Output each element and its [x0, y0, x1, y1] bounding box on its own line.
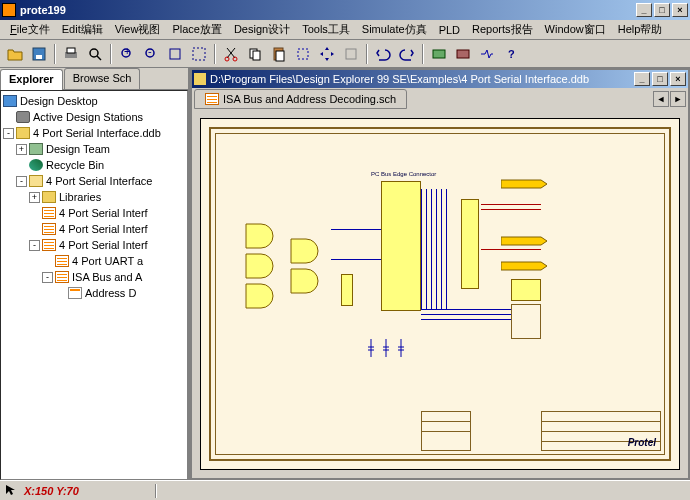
- copy-button[interactable]: [244, 43, 266, 65]
- menu-window[interactable]: Window窗口: [539, 20, 612, 39]
- menu-simulate[interactable]: Simulate仿真: [356, 20, 433, 39]
- recycle-icon: [29, 159, 43, 171]
- tab-prev-button[interactable]: ◄: [653, 91, 669, 107]
- help-button[interactable]: ?: [500, 43, 522, 65]
- bus-port[interactable]: [501, 259, 551, 279]
- net-wire[interactable]: [431, 189, 432, 309]
- svg-rect-17: [276, 51, 284, 61]
- select-button[interactable]: [292, 43, 314, 65]
- tree-doc[interactable]: 4 Port UART a: [3, 253, 185, 269]
- tree-doc[interactable]: Address D: [3, 285, 185, 301]
- menu-reports[interactable]: Reports报告: [466, 20, 539, 39]
- bus-port[interactable]: [501, 177, 551, 197]
- zoom-area-button[interactable]: [188, 43, 210, 65]
- document-icon: [68, 287, 82, 299]
- tree-project[interactable]: -4 Port Serial Interface.ddb: [3, 125, 185, 141]
- menu-tools[interactable]: Tools工具: [296, 20, 356, 39]
- component-ic[interactable]: [511, 279, 541, 301]
- zoom-in-button[interactable]: +: [116, 43, 138, 65]
- menu-design[interactable]: Design设计: [228, 20, 296, 39]
- folder-open-icon: [29, 175, 43, 187]
- expander-icon[interactable]: +: [29, 192, 40, 203]
- deselect-button[interactable]: [340, 43, 362, 65]
- close-button[interactable]: ×: [672, 3, 688, 17]
- save-button[interactable]: [28, 43, 50, 65]
- zoom-fit-button[interactable]: [164, 43, 186, 65]
- tree-stations[interactable]: Active Design Stations: [3, 109, 185, 125]
- net-power[interactable]: [481, 209, 541, 210]
- expander-icon[interactable]: -: [42, 272, 53, 283]
- design-tree[interactable]: Design Desktop Active Design Stations -4…: [0, 90, 188, 480]
- tree-doc[interactable]: 4 Port Serial Interf: [3, 221, 185, 237]
- net-wire[interactable]: [421, 189, 422, 309]
- document-tabs: ISA Bus and Address Decoding.sch ◄ ►: [192, 88, 688, 110]
- minimize-button[interactable]: _: [636, 3, 652, 17]
- component-ic[interactable]: [511, 304, 541, 339]
- tab-browse-sch[interactable]: Browse Sch: [64, 68, 141, 89]
- component-buffer[interactable]: [341, 274, 353, 306]
- maximize-button[interactable]: □: [654, 3, 670, 17]
- schematic-sheet[interactable]: PC Bus Edge Connector: [200, 118, 680, 470]
- tree-root[interactable]: Design Desktop: [3, 93, 185, 109]
- menu-pld[interactable]: PLD: [433, 22, 466, 38]
- schematic-icon: [55, 271, 69, 283]
- net-wire[interactable]: [421, 319, 511, 320]
- tree-doc[interactable]: 4 Port Serial Interf: [3, 205, 185, 221]
- net-wire[interactable]: [426, 189, 427, 309]
- menu-file[interactable]: File文件: [4, 20, 56, 39]
- protel-logo: Protel: [628, 437, 656, 448]
- preview-button[interactable]: [84, 43, 106, 65]
- net-wire[interactable]: [446, 189, 447, 309]
- net-wire[interactable]: [421, 309, 511, 310]
- expander-icon[interactable]: -: [16, 176, 27, 187]
- open-button[interactable]: [4, 43, 26, 65]
- toolbar: + - ?: [0, 40, 690, 68]
- zoom-out-button[interactable]: -: [140, 43, 162, 65]
- tree-folder[interactable]: -4 Port Serial Interface: [3, 173, 185, 189]
- net-wire[interactable]: [421, 314, 511, 315]
- mdi-area: D:\Program Files\Design Explorer 99 SE\E…: [190, 68, 690, 480]
- print-button[interactable]: [60, 43, 82, 65]
- decoupling-caps[interactable]: [366, 337, 416, 362]
- tree-doc[interactable]: -4 Port Serial Interf: [3, 237, 185, 253]
- net-wire[interactable]: [436, 189, 437, 309]
- mdi-close-button[interactable]: ×: [670, 72, 686, 86]
- net-wire[interactable]: [441, 189, 442, 309]
- expander-icon[interactable]: +: [16, 144, 27, 155]
- net-wire[interactable]: [331, 259, 381, 260]
- tool-b-button[interactable]: [452, 43, 474, 65]
- component-connector[interactable]: [381, 181, 421, 311]
- cut-button[interactable]: [220, 43, 242, 65]
- mdi-restore-button[interactable]: □: [652, 72, 668, 86]
- tool-a-button[interactable]: [428, 43, 450, 65]
- move-button[interactable]: [316, 43, 338, 65]
- tree-libraries[interactable]: +Libraries: [3, 189, 185, 205]
- component-ic[interactable]: [461, 199, 479, 289]
- menu-edit[interactable]: Edit编辑: [56, 20, 109, 39]
- project-icon: [16, 127, 30, 139]
- expander-icon[interactable]: -: [3, 128, 14, 139]
- expander-icon[interactable]: -: [29, 240, 40, 251]
- schematic-canvas[interactable]: PC Bus Edge Connector: [192, 110, 688, 478]
- tool-c-button[interactable]: [476, 43, 498, 65]
- menubar: File文件 Edit编辑 View视图 Place放置 Design设计 To…: [0, 20, 690, 40]
- tree-team[interactable]: +Design Team: [3, 141, 185, 157]
- tab-explorer[interactable]: Explorer: [0, 69, 63, 90]
- tree-recycle[interactable]: Recycle Bin: [3, 157, 185, 173]
- revision-block: [421, 411, 471, 451]
- tree-doc-isa[interactable]: -ISA Bus and A: [3, 269, 185, 285]
- net-power[interactable]: [481, 204, 541, 205]
- menu-view[interactable]: View视图: [109, 20, 167, 39]
- mdi-minimize-button[interactable]: _: [634, 72, 650, 86]
- logic-gates[interactable]: [241, 219, 331, 319]
- menu-help[interactable]: Help帮助: [612, 20, 669, 39]
- net-wire[interactable]: [331, 229, 381, 230]
- bus-port[interactable]: [501, 234, 551, 254]
- menu-place[interactable]: Place放置: [166, 20, 228, 39]
- paste-button[interactable]: [268, 43, 290, 65]
- redo-button[interactable]: [396, 43, 418, 65]
- undo-button[interactable]: [372, 43, 394, 65]
- doc-tab-active[interactable]: ISA Bus and Address Decoding.sch: [194, 89, 407, 109]
- folder-icon: [42, 191, 56, 203]
- tab-next-button[interactable]: ►: [670, 91, 686, 107]
